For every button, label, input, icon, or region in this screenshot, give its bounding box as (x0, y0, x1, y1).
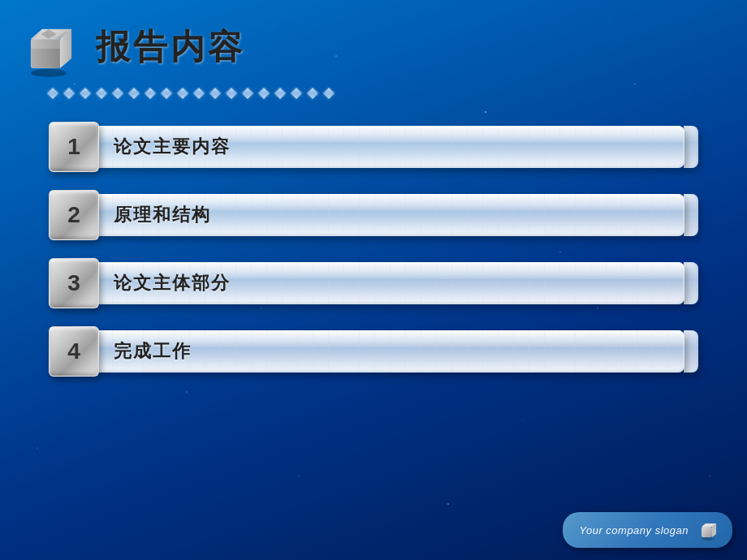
dot-diamond (274, 88, 286, 99)
dot-diamond (145, 88, 156, 99)
menu-number-1: 1 (49, 122, 99, 172)
dot-diamond (209, 88, 221, 99)
dot-diamond (242, 88, 253, 99)
dot-diamond (96, 88, 107, 99)
menu-bar-4: 完成工作 (97, 330, 684, 373)
slogan-text: Your company slogan (579, 524, 689, 536)
menu-item-2[interactable]: 2 原理和结构 (49, 190, 698, 240)
slogan-cube-icon (697, 519, 719, 541)
menu-text-2: 原理和结构 (114, 203, 211, 227)
dot-diamond (128, 88, 140, 99)
menu-item-3[interactable]: 3 论文主体部分 (49, 258, 698, 308)
svg-point-0 (31, 69, 67, 77)
bar-cap-1 (684, 126, 698, 168)
bar-cap-4 (684, 330, 698, 373)
menu-number-4: 4 (49, 326, 99, 377)
dot-diamond (80, 88, 91, 99)
dot-diamond (112, 88, 123, 99)
menu-container: 1 论文主要内容 2 原理和结构 3 论文主体部分 4 完成工作 (0, 106, 747, 385)
header: 报告内容 (0, 0, 747, 88)
menu-text-1: 论文主要内容 (114, 135, 231, 159)
menu-item-1[interactable]: 1 论文主要内容 (49, 122, 698, 172)
page-title: 报告内容 (96, 24, 245, 70)
menu-text-4: 完成工作 (114, 339, 192, 364)
menu-text-3: 论文主体部分 (114, 271, 231, 295)
dot-diamond (323, 88, 335, 99)
dots-row (0, 89, 747, 97)
bar-cap-2 (684, 194, 698, 236)
bar-cap-3 (684, 262, 698, 304)
svg-rect-5 (31, 39, 60, 49)
dot-diamond (161, 88, 172, 99)
menu-item-4[interactable]: 4 完成工作 (49, 326, 698, 377)
dot-diamond (47, 88, 58, 99)
svg-rect-8 (702, 527, 712, 537)
menu-number-2: 2 (49, 190, 99, 240)
menu-bar-3: 论文主体部分 (97, 262, 684, 304)
menu-bar-1: 论文主要内容 (97, 126, 684, 168)
menu-bar-2: 原理和结构 (97, 194, 684, 236)
dot-diamond (193, 88, 205, 99)
dot-diamond (291, 88, 302, 99)
slogan-area: Your company slogan (563, 512, 732, 548)
dot-diamond (177, 88, 188, 99)
dot-diamond (63, 88, 75, 99)
logo-icon (16, 15, 81, 80)
dot-diamond (258, 88, 270, 99)
dot-diamond (307, 88, 318, 99)
dot-diamond (226, 88, 237, 99)
svg-point-7 (702, 537, 715, 541)
menu-number-3: 3 (49, 258, 99, 308)
